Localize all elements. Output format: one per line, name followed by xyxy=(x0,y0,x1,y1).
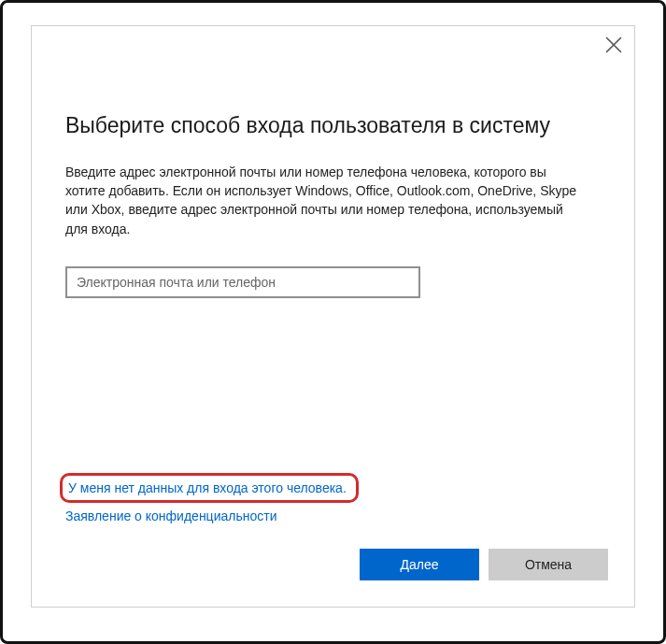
dialog-content: Выберите способ входа пользователя в сис… xyxy=(65,112,601,607)
screenshot-frame: Выберите способ входа пользователя в сис… xyxy=(0,0,666,644)
no-credentials-link[interactable]: У меня нет данных для входа этого челове… xyxy=(68,480,347,495)
links-area: У меня нет данных для входа этого челове… xyxy=(65,473,359,524)
add-user-dialog: Выберите способ входа пользователя в сис… xyxy=(31,25,635,608)
email-or-phone-input[interactable] xyxy=(65,266,420,298)
highlight-annotation: У меня нет данных для входа этого челове… xyxy=(60,473,359,503)
dialog-description: Введите адрес электронной почты или номе… xyxy=(65,163,588,238)
dialog-title: Выберите способ входа пользователя в сис… xyxy=(65,112,601,140)
next-button[interactable]: Далее xyxy=(360,549,479,580)
close-icon[interactable] xyxy=(604,36,623,54)
dialog-buttons: Далее Отмена xyxy=(360,549,608,580)
privacy-statement-link[interactable]: Заявление о конфиденциальности xyxy=(65,508,276,523)
cancel-button[interactable]: Отмена xyxy=(489,549,608,580)
